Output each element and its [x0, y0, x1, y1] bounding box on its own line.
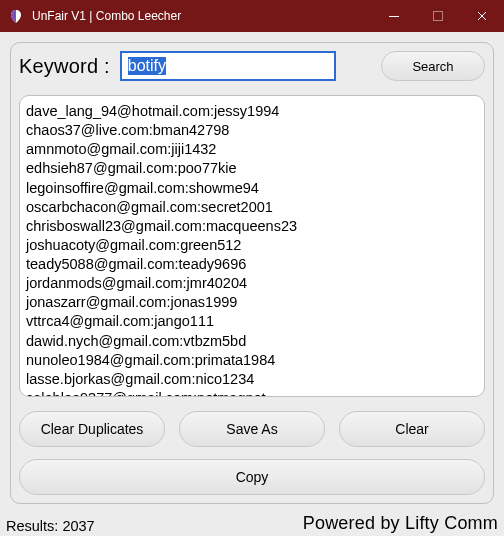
app-window: UnFair V1 | Combo Leecher Keyword : Sear… [0, 0, 504, 536]
result-line[interactable]: lasse.bjorkas@gmail.com:nico1234 [26, 370, 478, 389]
result-line[interactable]: dave_lang_94@hotmail.com:jessy1994 [26, 102, 478, 121]
result-line[interactable]: jonaszarr@gmail.com:jonas1999 [26, 293, 478, 312]
result-line[interactable]: chrisboswall23@gmail.com:macqueens23 [26, 217, 478, 236]
main-panel: Keyword : Search dave_lang_94@hotmail.co… [10, 42, 494, 504]
result-line[interactable]: oscarbchacon@gmail.com:secret2001 [26, 198, 478, 217]
close-button[interactable] [460, 0, 504, 32]
svg-rect-0 [389, 16, 399, 17]
results-list[interactable]: dave_lang_94@hotmail.com:jessy1994chaos3… [20, 96, 484, 396]
result-line[interactable]: legoinsoffire@gmail.com:showme94 [26, 179, 478, 198]
result-line[interactable]: joshuacoty@gmail.com:green512 [26, 236, 478, 255]
result-line[interactable]: edhsieh87@gmail.com:poo77kie [26, 159, 478, 178]
minimize-button[interactable] [372, 0, 416, 32]
results-count: Results: 2037 [6, 518, 95, 534]
keyword-input[interactable] [120, 51, 336, 81]
search-button[interactable]: Search [381, 51, 485, 81]
result-line[interactable]: chaos37@live.com:bman42798 [26, 121, 478, 140]
powered-by: Powered by Lifty Comm [303, 513, 498, 534]
maximize-button[interactable] [416, 0, 460, 32]
clear-duplicates-button[interactable]: Clear Duplicates [19, 411, 165, 447]
result-line[interactable]: dawid.nych@gmail.com:vtbzm5bd [26, 332, 478, 351]
keyword-row: Keyword : Search [19, 51, 485, 81]
result-line[interactable]: jordanmods@gmail.com:jmr40204 [26, 274, 478, 293]
result-line[interactable]: caleblee9377@gmail.com:notmagnet [26, 389, 478, 396]
save-as-button[interactable]: Save As [179, 411, 325, 447]
action-row: Clear Duplicates Save As Clear [19, 411, 485, 447]
clear-button[interactable]: Clear [339, 411, 485, 447]
footer: Results: 2037 Powered by Lifty Comm [0, 514, 504, 536]
keyword-label: Keyword : [19, 55, 110, 78]
result-line[interactable]: amnmoto@gmail.com:jiji1432 [26, 140, 478, 159]
result-line[interactable]: vttrca4@gmail.com:jango111 [26, 312, 478, 331]
window-title: UnFair V1 | Combo Leecher [32, 9, 372, 23]
svg-rect-1 [434, 12, 443, 21]
result-line[interactable]: teady5088@gmail.com:teady9696 [26, 255, 478, 274]
result-line[interactable]: nunoleo1984@gmail.com:primata1984 [26, 351, 478, 370]
app-icon [8, 8, 24, 24]
results-area: dave_lang_94@hotmail.com:jessy1994chaos3… [19, 95, 485, 397]
copy-button[interactable]: Copy [19, 459, 485, 495]
title-bar: UnFair V1 | Combo Leecher [0, 0, 504, 32]
